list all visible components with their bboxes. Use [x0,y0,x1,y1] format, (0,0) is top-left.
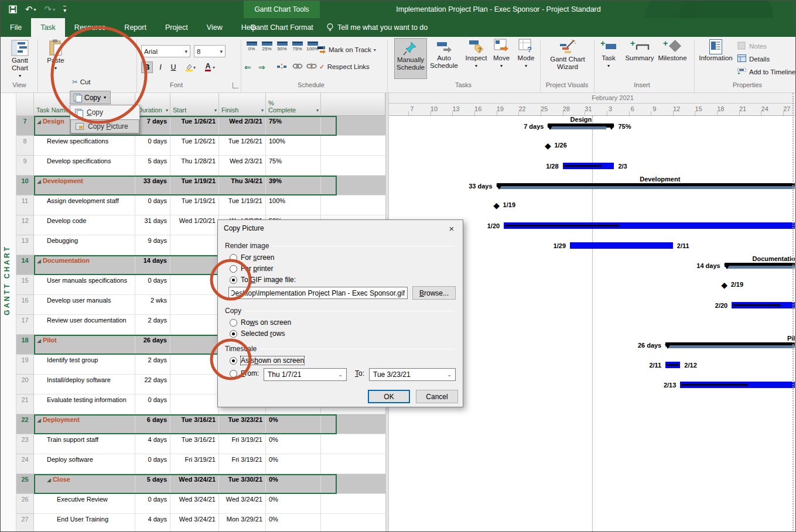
finish-cell[interactable]: Wed 3/24/21 [219,494,266,514]
duration-cell[interactable]: 26 days [135,335,170,355]
indent-task-icon[interactable]: ⇒ [258,63,265,72]
table-row[interactable]: 27End User Training4 daysWed 3/24/21Mon … [16,514,385,532]
duration-cell[interactable]: 9 days [135,235,170,255]
finish-cell[interactable]: Tue 3/23/21 [219,414,266,434]
filter-chevron-icon[interactable]: ▾ [214,108,217,113]
pct-complete-cell[interactable]: 100% [266,136,321,156]
pct-complete-cell[interactable]: 0% [266,454,321,474]
duration-cell[interactable]: 0 days [135,195,170,215]
table-row[interactable]: 26Executive Review0 daysWed 3/24/21Wed 3… [16,494,385,514]
split-task-icon[interactable] [277,63,286,71]
menu-item-copy[interactable]: Copy [70,105,139,119]
pct-complete-cell[interactable]: 0% [266,494,321,514]
underline-button[interactable]: U [168,61,179,73]
save-icon[interactable] [9,5,17,13]
duration-cell[interactable]: 0 days [135,454,170,474]
radio-to-gif[interactable]: To GIF image file: [230,276,296,284]
duration-cell[interactable]: 0 days [135,136,170,156]
table-row[interactable]: 25◢Close5 daysWed 3/24/21Tue 3/30/210% [16,474,385,494]
table-row[interactable]: 8Review specifications0 daysTue 1/26/21T… [16,136,385,156]
from-date-combo[interactable]: Thu 1/7/21⌄ [264,368,347,381]
task-name-cell[interactable]: Identify test group [34,355,135,375]
customize-qat-button[interactable]: ▾ [63,6,66,13]
cancel-button[interactable]: Cancel [416,390,458,403]
tab-resource[interactable]: Resource [65,18,115,37]
pct-complete-cell[interactable]: 0% [266,414,321,434]
task-name-cell[interactable]: Develop specifications [34,156,135,176]
duration-cell[interactable]: 2 days [135,355,170,375]
collapse-triangle-icon[interactable]: ◢ [37,179,41,184]
task-name-cell[interactable]: Deploy software [34,454,135,474]
task-name-cell[interactable]: Review specifications [34,136,135,156]
start-cell[interactable]: Tue 1/26/21 [170,136,219,156]
finish-cell[interactable]: Fri 3/19/21 [219,434,266,454]
paste-button[interactable]: Paste ▾ [43,39,69,72]
pct-complete-cell[interactable]: 0% [266,434,321,454]
radio-rows-on-screen[interactable]: Rows on screen [230,318,291,327]
tab-file[interactable]: File [1,18,31,37]
tab-report[interactable]: Report [115,18,156,37]
task-name-cell[interactable]: Debugging [34,235,135,255]
cut-button[interactable]: ✂ Cut [72,78,91,86]
task-name-cell[interactable]: Develop code [34,215,135,235]
task-name-cell[interactable]: Evaluate testing information [34,394,135,414]
to-date-combo[interactable]: Tue 3/23/21⌄ [369,368,456,381]
collapse-triangle-icon[interactable]: ◢ [37,417,41,423]
finish-cell[interactable]: Tue 1/19/21 [219,195,266,215]
collapse-triangle-icon[interactable]: ◢ [47,477,51,483]
table-row[interactable]: 23Train support staff4 daysTue 3/16/21Fr… [16,434,385,454]
tab-project[interactable]: Project [156,18,197,37]
collapse-triangle-icon[interactable]: ◢ [37,119,41,125]
start-cell[interactable] [170,355,219,375]
table-row[interactable]: 22◢Deployment6 daysTue 3/16/21Tue 3/23/2… [16,414,385,434]
task-name-cell[interactable]: Train support staff [34,434,135,454]
undo-button[interactable]: ↶▾ [25,4,36,15]
unlink-tasks-icon[interactable] [306,63,317,70]
start-cell[interactable]: Wed 3/24/21 [170,514,219,532]
task-name-cell[interactable]: Review user documentation [34,315,135,335]
add-to-timeline-button[interactable]: + Add to Timeline [737,67,795,77]
pct-complete-cell[interactable]: 75% [266,156,321,176]
filter-chevron-icon[interactable]: ▾ [316,108,319,113]
auto-schedule-button[interactable]: Auto Schedule [428,38,460,79]
duration-cell[interactable]: 4 days [135,434,170,454]
duration-cell[interactable]: 4 days [135,514,170,532]
start-cell[interactable]: Fri 3/19/21 [170,454,219,474]
duration-cell[interactable]: 5 days [135,156,170,176]
insert-summary-button[interactable]: + Summary [623,39,657,62]
italic-button[interactable]: I [155,61,166,73]
start-cell[interactable]: Thu 1/28/21 [170,156,219,176]
start-cell[interactable]: Tue 1/19/21 [170,195,219,215]
column-header-duration[interactable]: Duration▾ [135,93,170,115]
task-name-cell[interactable]: Install/deploy software [34,375,135,394]
start-cell[interactable]: Wed 3/24/21 [170,474,219,494]
font-name-combo[interactable]: Arial▾ [141,45,190,57]
radio-for-printer[interactable]: For printer [230,265,273,273]
bold-button[interactable]: B [141,61,153,73]
finish-cell[interactable]: Thu 3/4/21 [219,176,266,195]
start-cell[interactable]: Tue 1/19/21 [170,176,219,195]
move-button[interactable]: Move ▾ [490,38,513,70]
task-name-cell[interactable]: ◢Development [34,176,135,195]
radio-for-screen[interactable]: For screen [230,253,274,262]
column-header-finish[interactable]: Finish▾ [219,93,266,115]
tab-task[interactable]: Task [31,18,65,37]
start-cell[interactable] [170,235,219,255]
font-dialog-launcher[interactable] [233,83,238,88]
duration-cell[interactable]: 5 days [135,474,170,494]
task-name-cell[interactable]: ◢Pilot [34,335,135,355]
pct-complete-cell[interactable]: 75% [266,116,321,136]
pct-complete-cell[interactable]: 0% [266,474,321,494]
font-color-button[interactable]: A [202,61,214,73]
mark-on-track-button[interactable]: Mark on Track ▾ [317,45,376,54]
tab-gantt-chart-format[interactable]: Gantt Chart Format [244,18,320,37]
table-row[interactable]: 11Assign development staff0 daysTue 1/19… [16,195,385,215]
manually-schedule-button[interactable]: Manually Schedule [394,38,427,79]
task-name-cell[interactable]: ◢Documentation [34,255,135,275]
information-button[interactable]: Information [698,39,734,62]
collapse-triangle-icon[interactable]: ◢ [37,338,41,344]
notes-button[interactable]: Notes [737,42,767,51]
table-row[interactable]: 24Deploy software0 daysFri 3/19/21Fri 3/… [16,454,385,474]
finish-cell[interactable]: Wed 2/3/21 [219,116,266,136]
insert-task-button[interactable]: + Task ▾ [597,39,620,70]
